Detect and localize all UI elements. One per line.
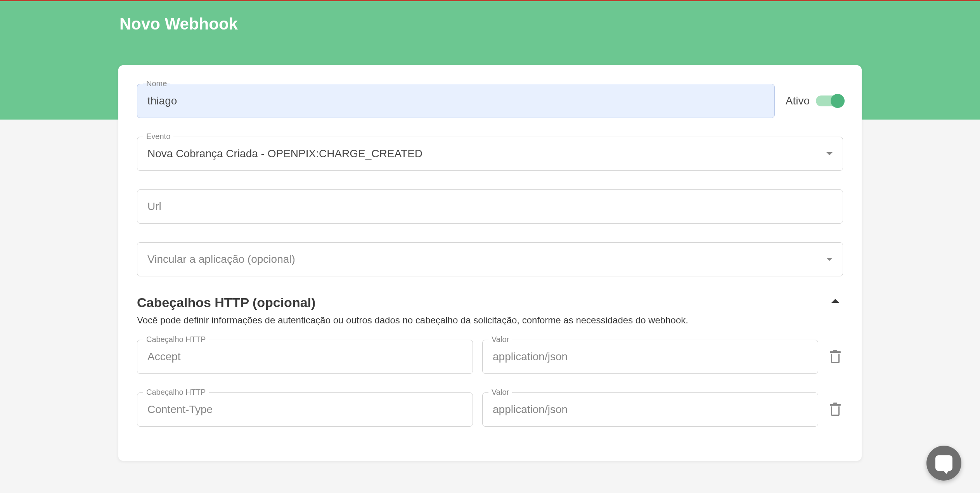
app-link-field-container: Vincular a aplicação (opcional) [137,242,843,276]
url-input[interactable] [137,189,843,224]
header-value-input-1[interactable] [482,392,818,427]
event-value: Nova Cobrança Criada - OPENPIX:CHARGE_CR… [147,148,422,160]
header-row-1: Cabeçalho HTTP Valor [137,392,843,427]
header-value-field-0: Valor [482,340,818,374]
headers-section-header: Cabeçalhos HTTP (opcional) Você pode def… [137,295,843,326]
name-row: Nome Ativo [137,84,843,118]
chat-fab[interactable] [926,446,961,481]
header-value-input-0[interactable] [482,340,818,374]
trash-icon [830,351,841,363]
chevron-down-icon [826,258,833,261]
headers-section-title: Cabeçalhos HTTP (opcional) [137,295,688,310]
chevron-up-icon [831,299,839,303]
chevron-down-icon [826,152,833,155]
app-link-placeholder: Vincular a aplicação (opcional) [147,253,295,266]
delete-header-button-0[interactable] [828,349,843,365]
event-label: Evento [143,132,173,141]
headers-section-text: Cabeçalhos HTTP (opcional) Você pode def… [137,295,688,326]
app-link-select[interactable]: Vincular a aplicação (opcional) [137,242,843,276]
delete-header-button-1[interactable] [828,402,843,417]
event-select[interactable]: Nova Cobrança Criada - OPENPIX:CHARGE_CR… [137,137,843,171]
header-value-label-0: Valor [488,335,512,344]
header-name-field-1: Cabeçalho HTTP [137,392,473,427]
toggle-knob [831,94,845,108]
header-name-input-0[interactable] [137,340,473,374]
name-label: Nome [143,79,170,88]
active-toggle-section: Ativo [786,95,843,107]
trash-icon [830,403,841,416]
event-field-container: Evento Nova Cobrança Criada - OPENPIX:CH… [137,137,843,171]
collapse-button[interactable] [828,295,843,307]
header-name-label-0: Cabeçalho HTTP [143,335,209,344]
page-title: Novo Webhook [0,1,980,33]
header-name-label-1: Cabeçalho HTTP [143,388,209,397]
url-field-container [137,189,843,224]
name-input[interactable] [137,84,775,118]
active-toggle[interactable] [816,95,843,106]
header-name-field-0: Cabeçalho HTTP [137,340,473,374]
header-value-field-1: Valor [482,392,818,427]
name-field-container: Nome [137,84,775,118]
headers-section-description: Você pode definir informações de autenti… [137,315,688,326]
active-label: Ativo [786,95,810,107]
header-name-input-1[interactable] [137,392,473,427]
form-card: Nome Ativo Evento Nova Cobrança Criada -… [118,65,862,461]
header-row-0: Cabeçalho HTTP Valor [137,340,843,374]
header-value-label-1: Valor [488,388,512,397]
chat-icon [935,455,952,471]
